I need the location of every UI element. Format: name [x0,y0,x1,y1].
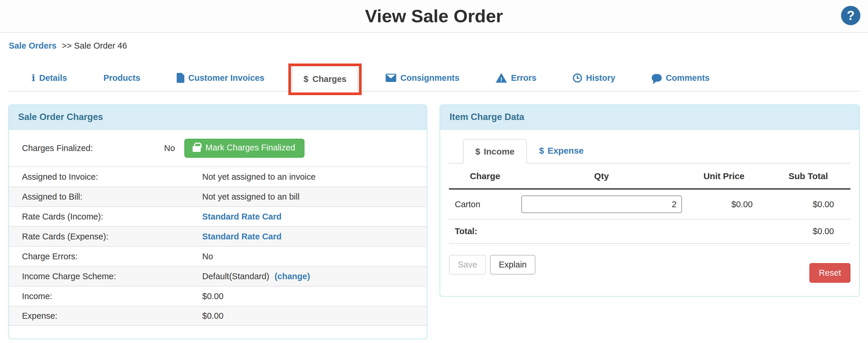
row-expense: Expense: $0.00 [9,306,427,326]
change-scheme-link[interactable]: (change) [275,272,310,281]
row-assigned-to-bill: Assigned to Bill: Not yet assigned to an… [9,186,427,206]
row-label: Rate Cards (Income): [22,212,202,221]
item-charge-data-panel: Item Charge Data $ Income $ Expense Char… [440,104,860,297]
row-label: Income: [22,291,202,301]
row-value: No [202,252,213,261]
dollar-icon: $ [304,74,308,84]
total-value: $0.00 [766,227,850,236]
charge-table-header: Charge Qty Unit Price Sub Total [449,164,850,190]
row-charge-errors: Charge Errors: No [9,246,427,266]
row-value: $0.00 [202,311,224,321]
tab-expense-label: Expense [548,146,584,156]
unit-price-value: $0.00 [682,200,766,209]
main-content: Sale Order Charges Charges Finalized: No… [8,104,860,339]
tab-products-label: Products [103,73,141,83]
row-rate-cards-expense: Rate Cards (Expense): Standard Rate Card [9,226,427,246]
row-value: $0.00 [202,291,224,301]
sale-order-charges-panel-body: Charges Finalized: No Mark Charges Final… [9,130,427,339]
item-charge-data-panel-body: $ Income $ Expense Charge Qty Unit Price… [440,130,859,296]
dollar-icon: $ [539,146,544,156]
breadcrumb-sale-orders-link[interactable]: Sale Orders [9,41,57,50]
row-value: Not yet assigned to an invoice [202,172,316,182]
row-label: Expense: [22,311,202,321]
row-label: Assigned to Invoice: [22,172,202,182]
tab-comments[interactable]: Comments [643,65,718,91]
row-label: Charge Errors: [22,252,202,261]
question-mark-glyph: ? [847,8,855,23]
file-icon [177,73,184,83]
row-income-charge-scheme: Income Charge Scheme: Default(Standard) … [9,266,427,286]
tab-errors-label: Errors [511,73,536,83]
dollar-icon: $ [475,147,480,157]
tab-errors[interactable]: Errors [487,65,545,91]
envelope-icon [386,74,396,82]
header-unit-price: Unit Price [682,171,766,181]
tab-consignments-label: Consignments [400,73,459,83]
tab-comments-label: Comments [666,73,710,83]
rate-card-income-link[interactable]: Standard Rate Card [202,212,282,221]
page-title: View Sale Order [0,0,868,32]
sub-total-value: $0.00 [766,200,850,209]
comment-icon [652,74,662,82]
tab-history[interactable]: History [564,65,624,91]
item-charge-buttons: Save Explain Reset [449,255,850,283]
tab-history-label: History [586,73,615,83]
header-qty: Qty [521,171,682,181]
charges-finalized-row: Charges Finalized: No Mark Charges Final… [9,130,427,167]
lock-icon [192,146,201,152]
tab-income-label: Income [484,147,515,157]
tab-charges-wrap: $ Charges [292,66,358,91]
page-header: View Sale Order ? [0,0,868,33]
tab-income[interactable]: $ Income [463,139,527,164]
header-charge: Charge [449,171,521,181]
sale-order-charges-panel: Sale Order Charges Charges Finalized: No… [8,104,427,339]
row-label: Rate Cards (Expense): [22,232,202,241]
row-income: Income: $0.00 [9,286,427,306]
row-label: Assigned to Bill: [22,192,202,202]
save-button[interactable]: Save [449,255,486,275]
main-tab-bar: i Details Products Customer Invoices $ C… [8,65,860,92]
help-icon[interactable]: ? [841,6,860,25]
income-expense-tab-bar: $ Income $ Expense [449,138,850,164]
sale-order-charges-panel-title: Sale Order Charges [9,105,427,130]
row-value: Default(Standard) [202,272,269,281]
reset-button[interactable]: Reset [809,263,850,283]
tab-details-label: Details [39,73,67,83]
qty-input[interactable] [521,196,682,213]
tab-expense[interactable]: $ Expense [527,138,596,163]
charge-table-row-carton: Carton $0.00 $0.00 [449,190,850,219]
row-rate-cards-income: Rate Cards (Income): Standard Rate Card [9,206,427,226]
charge-name: Carton [449,200,521,209]
breadcrumb-current: >> Sale Order 46 [62,41,127,50]
total-label: Total: [449,227,766,236]
row-assigned-to-invoice: Assigned to Invoice: Not yet assigned to… [9,167,427,186]
item-charge-data-panel-title: Item Charge Data [440,105,859,130]
charges-finalized-label: Charges Finalized: [22,143,164,153]
row-value: Not yet assigned to an bill [202,192,300,202]
tab-consignments[interactable]: Consignments [377,65,468,91]
row-label: Income Charge Scheme: [22,272,202,281]
tab-charges-label: Charges [312,74,346,84]
charges-finalized-value: No [164,143,175,153]
tab-products[interactable]: Products [95,65,149,91]
tab-details[interactable]: i Details [23,65,76,91]
explain-button[interactable]: Explain [490,255,535,275]
warning-icon [496,73,507,83]
mark-charges-finalized-label: Mark Charges Finalized [206,143,295,152]
header-sub-total: Sub Total [766,171,850,181]
breadcrumb: Sale Orders >> Sale Order 46 [0,33,868,50]
tab-customer-invoices[interactable]: Customer Invoices [168,65,273,91]
tab-charges[interactable]: $ Charges [292,66,358,92]
info-icon: i [32,73,35,82]
mark-charges-finalized-button[interactable]: Mark Charges Finalized [184,139,305,158]
tab-customer-invoices-label: Customer Invoices [188,73,264,83]
rate-card-expense-link[interactable]: Standard Rate Card [202,232,282,241]
clock-icon [573,73,582,82]
charge-table-total-row: Total: $0.00 [449,219,850,244]
